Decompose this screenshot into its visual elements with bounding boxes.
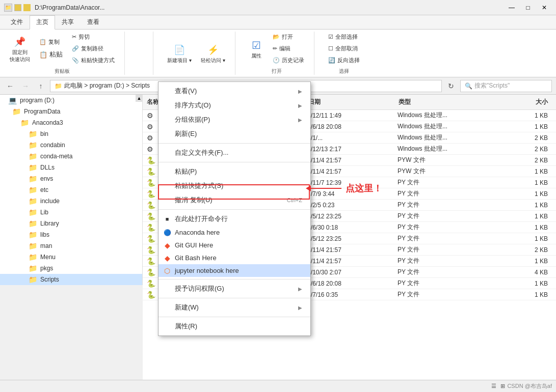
- cm-label-refresh: 刷新(E): [175, 129, 197, 138]
- maximize-button[interactable]: □: [520, 3, 536, 13]
- sidebar-item-include[interactable]: 📁 include: [0, 195, 142, 207]
- close-button[interactable]: ✕: [537, 3, 552, 13]
- cm-label-new: 新建(W): [175, 303, 199, 312]
- ribbon-group-new: 📄 新建项目 ▾ ⚡ 轻松访问 ▾: [162, 32, 235, 75]
- sidebar-item-man[interactable]: 📁 man: [0, 240, 142, 251]
- cm-item-anaconda[interactable]: 🔵 Anaconda here: [158, 226, 310, 239]
- cm-item-grant[interactable]: 授予访问权限(G) ▶: [158, 282, 310, 296]
- cut-button[interactable]: ✂ 剪切: [68, 32, 118, 42]
- open-button[interactable]: ☑ 属性: [246, 36, 267, 62]
- paste-button[interactable]: 📋 粘贴: [36, 48, 66, 61]
- cm-label-sort: 排序方式(O): [175, 101, 211, 110]
- sidebar-item-bin[interactable]: 📁 bin: [0, 128, 142, 139]
- cm-item-view[interactable]: 查看(V) ▶: [158, 84, 310, 98]
- copy-button[interactable]: 📋 复制: [36, 37, 66, 47]
- tab-home[interactable]: 主页: [30, 15, 55, 30]
- back-button[interactable]: ←: [4, 80, 16, 92]
- file-size-symilar: 1 KB: [498, 280, 556, 287]
- title-bar-controls: — □ ✕: [504, 3, 552, 13]
- cm-arrow-sort: ▶: [298, 103, 302, 108]
- py-icon: 🐍: [147, 235, 155, 243]
- folder-icon-include: 📁: [29, 197, 37, 205]
- invert-select-button[interactable]: 🔄 反向选择: [325, 55, 363, 66]
- sidebar-item-libs[interactable]: 📁 libs: [0, 229, 142, 240]
- py-icon: 🐍: [147, 246, 155, 254]
- cm-arrow-group: ▶: [298, 117, 302, 123]
- file-size-taskadmin: 4 KB: [498, 269, 556, 276]
- cm-item-jupyter[interactable]: ⬡ jupyter notebook here: [158, 264, 310, 277]
- pin-quick-access-button[interactable]: 📌 固定到快速访问: [6, 33, 34, 65]
- sidebar-item-envs[interactable]: 📁 envs: [0, 173, 142, 184]
- history-button[interactable]: 🕐 历史记录: [269, 55, 308, 66]
- tab-view[interactable]: 查看: [81, 15, 106, 29]
- pin-icon: 📌: [13, 35, 27, 49]
- folder-icon-condabin: 📁: [29, 141, 37, 149]
- sidebar-item-label-program: program (D:): [20, 97, 55, 104]
- minimize-button[interactable]: —: [504, 3, 519, 13]
- bat-icon: ⚙: [147, 123, 153, 131]
- sidebar-item-conda-meta[interactable]: 📁 conda-meta: [0, 151, 142, 162]
- view-icon-list[interactable]: ☰: [491, 383, 496, 389]
- sidebar-item-anaconda3[interactable]: 📁 Anaconda3: [0, 117, 142, 128]
- paste-shortcut-button[interactable]: 📎 粘贴快捷方式: [68, 55, 118, 66]
- file-type: PYW 文件: [398, 167, 498, 176]
- cm-item-refresh[interactable]: 刷新(E): [158, 127, 310, 141]
- new-items: 📄 新建项目 ▾ ⚡ 轻松访问 ▾: [164, 32, 229, 75]
- easy-access-button[interactable]: ⚡ 轻松访问 ▾: [197, 41, 229, 66]
- cm-label-anaconda: Anaconda here: [175, 229, 220, 236]
- folder-icon-scripts: 📁: [29, 275, 37, 284]
- sidebar-item-program-d[interactable]: 💻 program (D:): [0, 95, 142, 106]
- py-icon: 🐍: [147, 279, 155, 288]
- search-box[interactable]: 🔍 搜索"Scripts": [460, 80, 552, 92]
- sidebar-scroll-up[interactable]: ▲: [136, 95, 143, 102]
- file-date-watchmedo: 2020/6/30 0:18: [297, 224, 398, 231]
- col-header-type[interactable]: 类型: [394, 97, 497, 107]
- folder-icon-conda-meta: 📁: [29, 152, 37, 160]
- view-icon-grid[interactable]: ⊞: [500, 383, 505, 389]
- deselect-all-button[interactable]: ☐ 全部取消: [325, 43, 361, 54]
- sidebar-item-etc[interactable]: 📁 etc: [0, 184, 142, 195]
- col-header-size[interactable]: 大小: [497, 97, 556, 107]
- anaconda-icon: 🔵: [163, 228, 172, 237]
- sidebar-item-pkgs[interactable]: 📁 pkgs: [0, 263, 142, 274]
- sidebar-item-label-envs: envs: [40, 175, 53, 182]
- sidebar-item-programdata[interactable]: 📁 ProgramData: [0, 106, 142, 117]
- cm-item-paste[interactable]: 粘贴(P): [158, 164, 310, 179]
- cm-item-sort[interactable]: 排序方式(O) ▶: [158, 98, 310, 113]
- new-item-button[interactable]: 📄 新建项目 ▾: [164, 41, 195, 66]
- sidebar-item-dlls[interactable]: 📁 DLLs: [0, 162, 142, 173]
- cm-item-gitbash[interactable]: ◆ Git Bash Here: [158, 251, 310, 264]
- cm-item-new[interactable]: 新建(W) ▶: [158, 300, 310, 315]
- open-file-button[interactable]: 📂 打开: [269, 32, 308, 42]
- file-date-spyder: 2020/7/16 0:35: [297, 291, 398, 298]
- cm-item-properties[interactable]: 属性(R): [158, 319, 310, 333]
- sidebar-item-condabin[interactable]: 📁 condabin: [0, 139, 142, 151]
- copy-path-button[interactable]: 🔗 复制路径: [68, 43, 118, 54]
- folder-icon-libs: 📁: [29, 231, 37, 239]
- sidebar-item-label-condabin: condabin: [40, 142, 65, 149]
- cm-shortcut-undo: Ctrl+Z: [287, 197, 302, 203]
- refresh-button[interactable]: ↻: [445, 80, 457, 92]
- file-size-volint: 1 KB: [498, 235, 556, 242]
- cm-item-customize[interactable]: 自定义文件夹(F)...: [158, 146, 310, 160]
- tab-file[interactable]: 文件: [4, 15, 30, 29]
- sidebar-item-lib[interactable]: 📁 Lib: [0, 207, 142, 218]
- sidebar-item-menu[interactable]: 📁 Menu: [0, 251, 142, 263]
- cm-item-paste-shortcut[interactable]: 粘贴快捷方式(S): [158, 179, 310, 193]
- folder-icon-menu: 📁: [29, 253, 37, 261]
- select-all-button[interactable]: ☑ 全部选择: [325, 32, 361, 42]
- edit-button[interactable]: ✏ 编辑: [269, 43, 308, 54]
- tab-share[interactable]: 共享: [55, 15, 81, 29]
- deselect-all-label: 全部取消: [335, 45, 358, 52]
- sidebar-item-scripts[interactable]: 📁 Scripts: [0, 274, 142, 285]
- cm-sep-4: [158, 279, 310, 279]
- sidebar-item-library[interactable]: 📁 Library: [0, 218, 142, 229]
- cm-item-undo[interactable]: 撤消 复制(U) Ctrl+Z: [158, 193, 310, 207]
- cm-item-cmd[interactable]: ■ 在此处打开命令行: [158, 212, 310, 226]
- py-icon: 🐍: [147, 223, 155, 232]
- cm-item-gitgui[interactable]: ◆ Git GUI Here: [158, 239, 310, 251]
- cm-item-group[interactable]: 分组依据(P) ▶: [158, 113, 310, 127]
- up-button[interactable]: ↑: [35, 80, 47, 92]
- file-type: Windows 批处理...: [398, 145, 498, 153]
- forward-button[interactable]: →: [19, 80, 32, 92]
